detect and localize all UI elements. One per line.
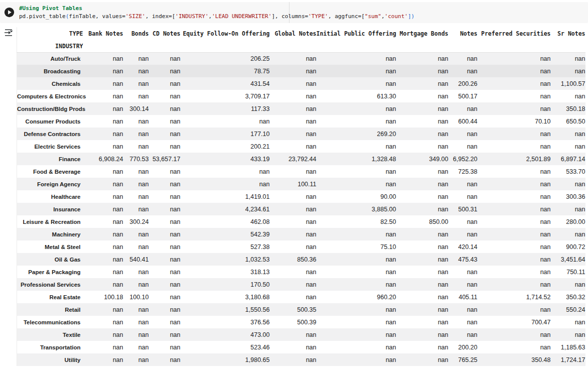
cell: 500.35 [270, 303, 317, 316]
cell: 6,897.14 [551, 153, 585, 165]
cell: nan [396, 190, 449, 203]
code-editor[interactable]: #Using Pivot Tablespd.pivot_table(finTab… [19, 5, 414, 21]
cell: nan [478, 128, 551, 140]
row-label: Real Estate [17, 291, 83, 303]
code-token: 'count' [385, 13, 408, 20]
cell: nan [83, 52, 123, 65]
cell: 725.38 [449, 165, 478, 178]
code-token: 'LEAD UNDERWRITER' [212, 13, 271, 20]
cell: nan [123, 203, 149, 215]
cell: nan [123, 190, 149, 203]
cell: nan [123, 353, 149, 366]
cell: nan [551, 328, 585, 341]
cell: nan [123, 165, 149, 178]
table-row: Computers & Electronicsnannannan3,709.17… [17, 90, 585, 102]
cell: nan [149, 278, 181, 291]
cell: nan [123, 240, 149, 253]
cell: nan [449, 215, 478, 228]
cell: nan [396, 341, 449, 353]
cell: nan [149, 178, 181, 190]
column-header-row: TYPE Bank NotesBondsCD NotesEquity Follo… [17, 27, 585, 40]
table-row: Transportationnannannan523.46nannannan20… [17, 341, 585, 353]
cell: nan [551, 65, 585, 77]
cell: nan [123, 90, 149, 102]
cell: 376.56 [181, 316, 270, 328]
row-label: Consumer Products [17, 115, 83, 128]
cell: 770.53 [123, 153, 149, 165]
cell: nan [551, 316, 585, 328]
run-button[interactable] [4, 7, 15, 18]
cell: nan [551, 178, 585, 190]
cell: 3,709.17 [181, 90, 270, 102]
cell: nan [149, 77, 181, 90]
row-label: Leisure & Recreation [17, 215, 83, 228]
cell: 318.13 [181, 266, 270, 278]
cell: nan [551, 52, 585, 65]
cell: nan [396, 353, 449, 366]
output-options-icon[interactable] [4, 28, 14, 38]
cell: nan [123, 266, 149, 278]
cell: 82.50 [317, 215, 396, 228]
code-comment-line[interactable]: #Using Pivot Tables [19, 5, 414, 13]
cell: nan [83, 316, 123, 328]
cell: nan [83, 165, 123, 178]
cell: 765.25 [449, 353, 478, 366]
cell: nan [123, 52, 149, 65]
cell: 500.31 [449, 203, 478, 215]
cell: nan [478, 178, 551, 190]
cell: nan [149, 291, 181, 303]
cell: nan [270, 90, 317, 102]
cell: nan [478, 203, 551, 215]
row-label: Professional Services [17, 278, 83, 291]
row-label: Utility [17, 353, 83, 366]
cell: nan [449, 128, 478, 140]
row-label: Textile [17, 328, 83, 341]
cell: nan [396, 115, 449, 128]
row-label: Computers & Electronics [17, 90, 83, 102]
cell: nan [396, 303, 449, 316]
cell: 1,419.01 [181, 190, 270, 203]
cell: 3,451.64 [551, 253, 585, 266]
cell: nan [123, 278, 149, 291]
code-line[interactable]: pd.pivot_table(finTable, values='SIZE', … [19, 13, 414, 21]
cell: nan [449, 190, 478, 203]
cell: 100.10 [123, 291, 149, 303]
column-header: Initial Public Offering [317, 27, 396, 40]
cell: nan [478, 253, 551, 266]
cell: 90.00 [317, 190, 396, 203]
cell: 550.24 [551, 303, 585, 316]
cell: nan [270, 203, 317, 215]
cell: nan [478, 341, 551, 353]
index-header-spacer [83, 40, 585, 52]
cell: nan [396, 90, 449, 102]
cell: nan [83, 341, 123, 353]
row-label: Finance [17, 153, 83, 165]
code-cell[interactable]: #Using Pivot Tablespd.pivot_table(finTab… [0, 2, 588, 23]
table-row: Auto/Trucknannannan206.25nannannannannan… [17, 52, 585, 65]
code-token: 'TYPE' [308, 13, 328, 20]
cell: 1,724.17 [551, 353, 585, 366]
cell: nan [270, 77, 317, 90]
cell: 473.00 [181, 328, 270, 341]
column-header: Equity Follow-On Offering [181, 27, 270, 40]
cell: nan [270, 341, 317, 353]
cell: nan [270, 228, 317, 240]
cell: nan [149, 253, 181, 266]
cell: 462.08 [181, 215, 270, 228]
cell: nan [478, 140, 551, 153]
cell: nan [449, 278, 478, 291]
cell: 700.47 [478, 316, 551, 328]
cell: 300.24 [123, 215, 149, 228]
table-row: Foreign Agencynannannannan100.11nannanna… [17, 178, 585, 190]
cell: nan [149, 90, 181, 102]
cell: nan [270, 65, 317, 77]
cell: nan [478, 52, 551, 65]
row-label: Foreign Agency [17, 178, 83, 190]
code-token: pd.pivot_table [19, 13, 66, 20]
cell: nan [317, 353, 396, 366]
row-label: Defense Contractors [17, 128, 83, 140]
column-header: Preferred Securities [478, 27, 551, 40]
column-header: Notes [449, 27, 478, 40]
cell: 6,952.20 [449, 153, 478, 165]
cell: nan [270, 165, 317, 178]
